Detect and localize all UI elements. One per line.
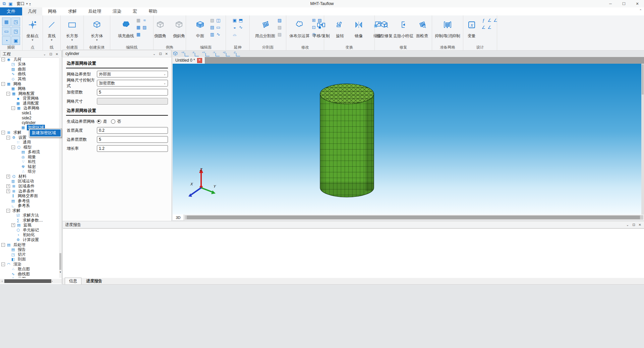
menu-item-help[interactable]: 帮助 [143, 7, 163, 15]
fill-curve-button[interactable]: 填充曲线 [117, 17, 135, 39]
mini-tool-button[interactable]: ◫ [216, 18, 220, 22]
tree-item[interactable]: ◇其他 [0, 76, 59, 81]
mini-tool-button[interactable]: ▣ [233, 18, 237, 22]
mini-tool-button[interactable]: ▤ [210, 25, 214, 30]
snap-endpoint-button[interactable]: ◳ [11, 17, 20, 26]
growth-rate-input[interactable] [97, 145, 168, 152]
tree-item[interactable]: ◳切片 [0, 252, 59, 257]
mesh-boundary-type-select[interactable]: 外部面⌄ [97, 71, 168, 77]
split-face-by-points-button[interactable]: 用点分割面 [254, 17, 276, 39]
collapse-icon[interactable]: – [1, 263, 5, 266]
radio-unchecked-icon[interactable] [111, 119, 115, 124]
expand-icon[interactable]: + [6, 184, 10, 188]
tree-item[interactable]: side2 [0, 116, 59, 121]
document-tab[interactable]: Untitled 0 * ✕ [173, 57, 205, 64]
rotate-button[interactable]: 旋转 [331, 17, 349, 39]
context-menu-item-new-refinement-region[interactable]: 新建加密区域 [30, 129, 61, 136]
minimize-button[interactable]: ─ [604, 0, 617, 7]
dropdown-arrow-icon[interactable]: ▼ [96, 39, 98, 41]
window-menu[interactable]: 窗口 ▼ ▾̲ [17, 1, 31, 7]
collapse-icon[interactable]: – [11, 106, 15, 110]
menu-item-post-process[interactable]: 后处理 [82, 7, 107, 15]
collapse-icon[interactable]: – [1, 243, 5, 247]
mini-tool-button[interactable]: ƒ [482, 18, 485, 22]
mini-tool-button[interactable]: ▧ [210, 18, 214, 22]
tree-item[interactable]: ▨曲面 [0, 67, 59, 72]
bottom-tab-info[interactable]: 信息 [65, 278, 81, 284]
bottom-tab-progress-report[interactable]: 进度报告 [82, 278, 106, 284]
first-layer-height-input[interactable] [97, 127, 168, 134]
dropdown-arrow-icon[interactable]: ▼ [31, 39, 34, 41]
scroll-left-icon[interactable]: ‹ [0, 280, 4, 283]
view-plusminus-x-button[interactable]: +X [181, 51, 189, 56]
tree-item[interactable]: ▤报告 [0, 247, 59, 252]
viewport-3d[interactable]: Z X Y [173, 64, 641, 215]
boundary-layer-count-input[interactable] [97, 136, 168, 143]
mini-tool-button[interactable]: ∠ [482, 25, 486, 30]
menu-item-file[interactable]: 文件 [0, 7, 22, 15]
snap-arc-button[interactable]: ◔ [2, 36, 11, 45]
viewport-vertical-scrollbar[interactable] [641, 64, 644, 215]
tree-item[interactable]: –▦边界网格 [0, 106, 59, 111]
rectangle-button[interactable]: 长方形▼ [63, 17, 81, 42]
scrollbar-thumb[interactable] [642, 64, 644, 95]
radio-checked-icon[interactable] [97, 119, 101, 124]
close-icon[interactable]: ✕ [164, 52, 170, 56]
chevron-down-icon[interactable]: ⌄ [625, 223, 631, 227]
mini-tool-button[interactable]: ▦ [136, 25, 140, 30]
mini-tool-button[interactable]: ▨ [278, 25, 282, 30]
collapse-icon[interactable]: – [1, 82, 5, 86]
variable-button[interactable]: x变量 [463, 17, 480, 39]
mini-tool-button[interactable]: ≈ [143, 18, 146, 22]
translate-copy-button[interactable]: 平移/复制 [312, 17, 330, 39]
refinement-layers-input-value[interactable] [99, 90, 166, 95]
coordinate-point-button[interactable]: 坐标点▼ [24, 17, 41, 42]
mini-tool-button[interactable]: ▨ [278, 18, 282, 22]
tree-vertical-scrollbar[interactable]: ▼ [59, 57, 62, 278]
generate-boundary-layer-option[interactable]: 是 [97, 119, 107, 124]
mid-surface-button[interactable]: 中面 [191, 17, 209, 39]
viewport-horizontal-scrollbar[interactable] [185, 215, 643, 220]
generate-boundary-layer-option[interactable]: 否 [111, 119, 121, 124]
growth-rate-input-value[interactable] [99, 146, 166, 151]
scrollbar-thumb[interactable] [59, 253, 61, 270]
menu-item-render[interactable]: 渲染 [107, 7, 127, 15]
bevel-button[interactable]: 倒斜角 [170, 17, 188, 39]
menu-item-geometry[interactable]: 几何 [22, 7, 42, 15]
boolean-operation-button[interactable]: 体布尔运算 [288, 17, 310, 39]
view-minus-z-button[interactable]: -Z [233, 51, 240, 56]
boundary-layer-count-input-value[interactable] [99, 137, 166, 142]
straight-line-button[interactable]: 直线▼ [43, 17, 60, 42]
scroll-right-icon[interactable]: › [50, 280, 54, 283]
cuboid-button[interactable]: 长方体▼ [88, 17, 106, 42]
mesh-size-control-select[interactable]: 加密层数⌄ [97, 80, 168, 86]
collapse-icon[interactable]: – [1, 131, 5, 134]
scrollbar-thumb[interactable] [187, 216, 640, 219]
mini-tool-button[interactable]: ▦ [136, 18, 140, 22]
expand-icon[interactable]: + [6, 175, 10, 178]
view-minus-x-button[interactable]: -X [192, 51, 199, 56]
snap-edge-button[interactable]: ▭ [2, 27, 11, 36]
pin-icon[interactable]: ⊡ [48, 52, 54, 56]
chevron-down-icon[interactable]: ⌄ [42, 52, 48, 56]
mini-tool-button[interactable]: ∠ [487, 18, 491, 22]
maximize-button[interactable]: ☐ [617, 0, 631, 7]
collapse-icon[interactable]: – [1, 58, 5, 61]
pin-icon[interactable]: ⊡ [157, 52, 163, 56]
mini-tool-button[interactable]: ▭ [216, 25, 220, 30]
mini-tool-button[interactable]: ▥ [210, 32, 214, 37]
collapse-icon[interactable]: – [6, 209, 10, 213]
close-icon[interactable]: ✕ [637, 223, 643, 227]
collapse-icon[interactable]: – [6, 92, 10, 96]
pin-icon[interactable]: ⊡ [631, 223, 637, 227]
mini-tool-button[interactable]: ⬒ [239, 18, 243, 22]
tree-horizontal-scrollbar[interactable]: ‹ › [0, 279, 62, 283]
snap-corner-button[interactable]: ◳ [11, 27, 20, 36]
tab-close-icon[interactable]: ✕ [197, 58, 202, 63]
collapse-ribbon-icon[interactable]: ⌃ [639, 9, 642, 12]
model-repair-button[interactable]: 模型修复 [376, 17, 393, 39]
face-check-button[interactable]: 面检查 [413, 17, 431, 39]
mini-tool-button[interactable]: ⌓ [233, 32, 236, 37]
fit-view-button[interactable] [173, 51, 178, 56]
tree-item[interactable]: ∿曲线 [0, 72, 59, 77]
